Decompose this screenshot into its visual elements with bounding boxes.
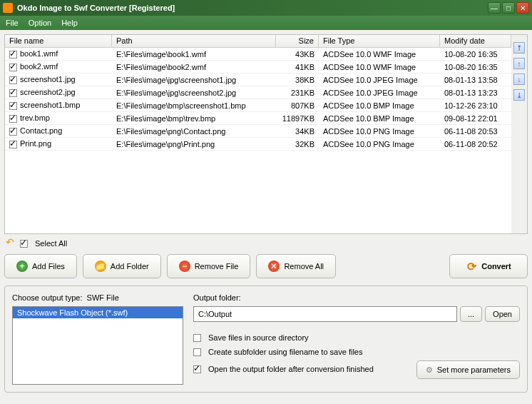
table-row[interactable]: book1.wmfE:\Files\image\book1.wmf43KBACD… (5, 48, 511, 61)
remove-all-button[interactable]: ✕Remove All (256, 254, 336, 278)
cell-filename: screenshot2.jpg (20, 88, 76, 96)
menu-file[interactable]: File (6, 19, 19, 27)
menubar: File Option Help (0, 16, 532, 30)
cell-size: 32KB (276, 139, 319, 149)
menu-help[interactable]: Help (61, 19, 78, 27)
cell-path: E:\Files\image\jpg\screenshot1.jpg (112, 75, 276, 85)
header-filetype[interactable]: File Type (319, 35, 440, 47)
row-checkbox[interactable] (9, 128, 17, 136)
move-down-button[interactable]: ↓ (513, 74, 525, 85)
table-row[interactable]: trev.bmpE:\Files\image\bmp\trev.bmp11897… (5, 112, 511, 125)
remove-file-button[interactable]: −Remove File (167, 254, 251, 278)
cell-path: E:\Files\image\bmp\trev.bmp (112, 113, 276, 123)
move-up-button[interactable]: ↑ (513, 58, 525, 69)
add-files-button[interactable]: +Add Files (4, 254, 77, 278)
cell-date: 06-11-08 20:53 (440, 126, 511, 136)
titlebar: Okdo Image to Swf Converter [Registered]… (0, 0, 532, 16)
cell-date: 10-08-20 16:35 (440, 62, 511, 72)
cell-type: ACDSee 10.0 PNG Image (319, 139, 440, 149)
close-button[interactable]: ✕ (516, 2, 529, 14)
cell-path: E:\Files\image\png\Contact.png (112, 126, 276, 136)
browse-button[interactable]: ... (460, 306, 482, 322)
row-checkbox[interactable] (9, 51, 17, 59)
row-checkbox[interactable] (9, 115, 17, 123)
cell-size: 11897KB (276, 113, 319, 123)
cell-size: 34KB (276, 126, 319, 136)
open-after-label: Open the output folder after conversion … (208, 365, 374, 373)
open-after-checkbox[interactable] (193, 365, 201, 373)
subfolder-checkbox[interactable] (193, 348, 201, 356)
cell-size: 807KB (276, 101, 319, 111)
cell-type: ACDSee 10.0 BMP Image (319, 101, 440, 111)
open-folder-button[interactable]: Open (485, 306, 520, 322)
row-checkbox[interactable] (9, 64, 17, 71)
header-size[interactable]: Size (276, 35, 319, 47)
select-all-checkbox[interactable] (20, 240, 28, 248)
header-path[interactable]: Path (112, 35, 276, 47)
cross-icon: ✕ (268, 261, 280, 272)
gear-icon: ⚙ (426, 365, 433, 375)
header-filename[interactable]: File name (5, 35, 112, 47)
app-icon (3, 3, 13, 13)
move-bottom-button[interactable]: ⤓ (513, 89, 525, 101)
cell-path: E:\Files\image\book2.wmf (112, 62, 276, 72)
window-title: Okdo Image to Swf Converter [Registered] (17, 4, 488, 12)
cell-type: ACDSee 10.0 BMP Image (319, 113, 440, 123)
set-more-parameters-button[interactable]: ⚙Set more parameters (416, 360, 520, 379)
output-type-label: Choose output type: (12, 293, 82, 302)
cell-date: 06-11-08 20:52 (440, 139, 511, 149)
table-row[interactable]: screenshot1.jpgE:\Files\image\jpg\screen… (5, 74, 511, 86)
cell-type: ACDSee 10.0 PNG Image (319, 126, 440, 136)
cell-size: 41KB (276, 62, 319, 72)
cell-filename: screenshot1.jpg (20, 75, 76, 84)
folder-icon: 📁 (95, 261, 106, 272)
output-type-list[interactable]: Shockwave Flash Object (*.swf) (12, 306, 183, 385)
cell-filename: screenshot1.bmp (20, 101, 80, 109)
cell-date: 08-01-13 13:23 (440, 88, 511, 98)
row-checkbox[interactable] (9, 76, 17, 84)
cell-type: ACDSee 10.0 JPEG Image (319, 88, 440, 98)
convert-icon: ⟳ (466, 261, 477, 272)
cell-path: E:\Files\image\png\Print.png (112, 139, 276, 149)
cell-filename: Print.png (20, 139, 51, 148)
cell-type: ACDSee 10.0 WMF Image (319, 62, 440, 72)
output-type-value: SWF File (87, 293, 119, 302)
plus-icon: + (16, 261, 28, 272)
output-folder-input[interactable] (193, 306, 457, 322)
select-all-label: Select All (35, 239, 67, 248)
cell-path: E:\Files\image\book1.wmf (112, 49, 276, 59)
cell-date: 08-01-13 13:58 (440, 75, 511, 85)
add-folder-button[interactable]: 📁Add Folder (83, 254, 161, 278)
table-row[interactable]: screenshot2.jpgE:\Files\image\jpg\screen… (5, 86, 511, 99)
table-row[interactable]: Print.pngE:\Files\image\png\Print.png32K… (5, 138, 511, 151)
header-date[interactable]: Modify date (440, 35, 511, 47)
file-list-panel: File name Path Size File Type Modify dat… (4, 34, 528, 234)
cell-filename: book1.wmf (20, 49, 58, 58)
maximize-button[interactable]: □ (502, 2, 515, 14)
output-type-option[interactable]: Shockwave Flash Object (*.swf) (13, 307, 183, 318)
convert-button[interactable]: ⟳Convert (449, 254, 528, 278)
row-checkbox[interactable] (9, 141, 17, 148)
save-source-checkbox[interactable] (193, 334, 201, 342)
cell-filename: book2.wmf (20, 62, 58, 71)
row-checkbox[interactable] (9, 89, 17, 97)
table-row[interactable]: book2.wmfE:\Files\image\book2.wmf41KBACD… (5, 61, 511, 74)
move-top-button[interactable]: ⤒ (513, 42, 525, 54)
output-folder-label: Output folder: (193, 293, 520, 302)
cell-filename: Contact.png (20, 126, 62, 135)
cell-date: 10-08-20 16:35 (440, 49, 511, 59)
save-source-label: Save files in source directory (208, 333, 309, 342)
menu-option[interactable]: Option (29, 19, 51, 27)
table-row[interactable]: Contact.pngE:\Files\image\png\Contact.pn… (5, 125, 511, 138)
cell-size: 38KB (276, 75, 319, 85)
minimize-button[interactable]: — (488, 2, 501, 14)
cell-date: 09-08-12 22:01 (440, 113, 511, 123)
cell-path: E:\Files\image\bmp\screenshot1.bmp (112, 101, 276, 111)
cell-path: E:\Files\image\jpg\screenshot2.jpg (112, 88, 276, 98)
table-row[interactable]: screenshot1.bmpE:\Files\image\bmp\screen… (5, 99, 511, 112)
cell-size: 43KB (276, 49, 319, 59)
subfolder-label: Create subfolder using filename to save … (208, 348, 362, 356)
cell-filename: trev.bmp (20, 113, 50, 122)
cell-type: ACDSee 10.0 JPEG Image (319, 75, 440, 85)
row-checkbox[interactable] (9, 102, 17, 110)
